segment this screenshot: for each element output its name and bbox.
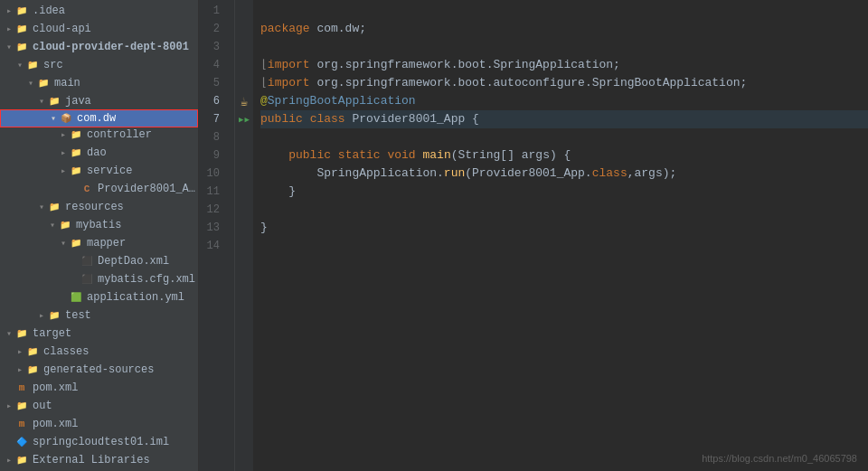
code-line-8 [260, 128, 868, 146]
arrow-com-dw [48, 113, 59, 124]
gutter: ☕ ▶ ▶ [235, 0, 253, 471]
gutter-2 [235, 20, 253, 38]
gutter-13 [235, 219, 253, 237]
label-mapper: mapper [87, 237, 126, 250]
xml-icon-mybatis-cfg: ⬛ [80, 272, 94, 287]
maven-icon-pom-provider: m [14, 381, 29, 395]
sidebar-item-mapper[interactable]: 📁 mapper [0, 234, 198, 252]
label-resources: resources [65, 201, 124, 213]
gutter-7[interactable]: ▶ ▶ [235, 110, 253, 128]
arrow-classes [14, 346, 25, 357]
label-target: target [33, 327, 71, 340]
folder-icon-service: 📁 [69, 164, 83, 178]
sidebar-item-resources[interactable]: 📁 resources [0, 198, 198, 216]
sidebar-item-deptdao-xml[interactable]: ⬛ DeptDao.xml [0, 252, 198, 270]
label-out: out [33, 400, 52, 412]
label-iml: springcloudtest01.iml [33, 436, 169, 448]
watermark: https://blog.csdn.net/m0_46065798 [702, 453, 857, 464]
sidebar-item-out[interactable]: 📁 out [0, 397, 198, 415]
folder-icon-target: 📁 [14, 326, 29, 341]
sidebar-item-classes[interactable]: 📁 classes [0, 343, 198, 361]
code-line-1 [260, 2, 868, 20]
code-line-13: } [260, 219, 868, 237]
arrow-external-libs [4, 455, 14, 466]
sidebar-item-service[interactable]: 📁 service [0, 162, 198, 180]
file-tree[interactable]: 📁 .idea 📁 cloud-api 📁 cloud-provider-dep… [0, 0, 199, 471]
gutter-9 [235, 146, 253, 165]
gutter-10 [235, 165, 253, 183]
sidebar-item-target[interactable]: 📁 target [0, 325, 198, 343]
ln-5: 5 [203, 74, 227, 92]
ln-9: 9 [203, 146, 227, 165]
sidebar-item-idea[interactable]: 📁 .idea [0, 2, 198, 20]
ln-6: 6 [203, 92, 227, 110]
ln-14: 14 [203, 237, 227, 255]
code-line-4: ⌊import org.springframework.boot.SpringA… [260, 56, 868, 74]
label-application-yml: application.yml [87, 291, 184, 304]
ln-11: 11 [203, 183, 227, 201]
label-classes: classes [43, 345, 89, 358]
sidebar-item-mybatis-cfg[interactable]: ⬛ mybatis.cfg.xml [0, 270, 198, 288]
sidebar-item-generated-sources[interactable]: 📁 generated-sources [0, 361, 198, 379]
ln-12: 12 [203, 201, 227, 219]
sidebar-item-cloud-provider[interactable]: 📁 cloud-provider-dept-8001 [0, 38, 198, 56]
sidebar-item-pom-xml-root[interactable]: m pom.xml [0, 415, 198, 433]
ln-2: 2 [203, 20, 227, 38]
sidebar-item-controller[interactable]: 📁 controller [0, 126, 198, 144]
folder-icon-resources: 📁 [47, 200, 61, 214]
sidebar-item-java[interactable]: 📁 java [0, 92, 198, 110]
folder-icon-java: 📁 [47, 94, 61, 108]
sidebar-item-main[interactable]: 📁 main [0, 74, 198, 92]
code-line-7: public class Provider8001_App { [260, 110, 868, 128]
sidebar-item-pom-xml-provider[interactable]: m pom.xml [0, 379, 198, 397]
sidebar-item-test[interactable]: 📁 test [0, 306, 198, 325]
folder-icon-mapper: 📁 [69, 236, 83, 250]
label-pom-root: pom.xml [33, 418, 78, 430]
label-mybatis: mybatis [76, 219, 121, 231]
ln-13: 13 [203, 219, 227, 237]
gutter-8 [235, 128, 253, 146]
gutter-1 [235, 2, 253, 20]
sidebar-item-cloud-api[interactable]: 📁 cloud-api [0, 20, 198, 38]
sidebar-item-src[interactable]: 📁 src [0, 56, 198, 74]
label-deptdao-xml: DeptDao.xml [98, 255, 169, 268]
label-controller: controller [87, 128, 152, 141]
label-java: java [65, 95, 91, 108]
arrow-target [4, 328, 14, 339]
code-line-9: public static void main(String[] args) { [260, 146, 868, 165]
code-line-10: SpringApplication.run(Provider8001_App.c… [260, 165, 868, 183]
ln-3: 3 [203, 38, 227, 56]
gutter-6[interactable]: ☕ [235, 92, 253, 110]
line-numbers: 1 2 3 4 5 6 7 8 9 10 11 12 13 14 [199, 0, 235, 471]
folder-icon-dao: 📁 [69, 146, 83, 160]
gutter-5 [235, 74, 253, 92]
sidebar-item-mybatis[interactable]: 📁 mybatis [0, 216, 198, 234]
label-src: src [43, 59, 63, 71]
xml-icon-deptdao: ⬛ [80, 254, 94, 268]
label-test: test [65, 309, 91, 322]
arrow-mapper [58, 238, 69, 249]
code-line-3 [260, 38, 868, 56]
package-icon-com-dw: 📦 [59, 111, 73, 126]
sidebar-item-com-dw[interactable]: 📦 com.dw [0, 109, 198, 127]
sidebar-item-iml[interactable]: 🔷 springcloudtest01.iml [0, 433, 198, 451]
sidebar-item-application-yml[interactable]: 🟩 application.yml [0, 288, 198, 306]
ln-8: 8 [203, 128, 227, 146]
folder-icon-external-libs: 📁 [14, 453, 29, 467]
label-com-dw: com.dw [77, 112, 116, 125]
label-mybatis-cfg: mybatis.cfg.xml [98, 273, 195, 286]
label-idea: .idea [33, 5, 65, 17]
ln-4: 4 [203, 56, 227, 74]
arrow-dao [58, 147, 69, 158]
arrow-java [36, 96, 47, 107]
sidebar-item-external-libs[interactable]: 📁 External Libraries [0, 451, 198, 469]
label-dao: dao [87, 146, 107, 159]
folder-icon-mybatis: 📁 [58, 218, 72, 232]
label-cloud-provider: cloud-provider-dept-8001 [33, 41, 189, 53]
iml-icon: 🔷 [14, 435, 29, 449]
gutter-12 [235, 201, 253, 219]
label-pom-provider: pom.xml [33, 382, 78, 394]
sidebar-item-provider-app[interactable]: C Provider8001_App [0, 180, 198, 198]
sidebar-item-dao[interactable]: 📁 dao [0, 144, 198, 162]
gutter-14 [235, 237, 253, 255]
